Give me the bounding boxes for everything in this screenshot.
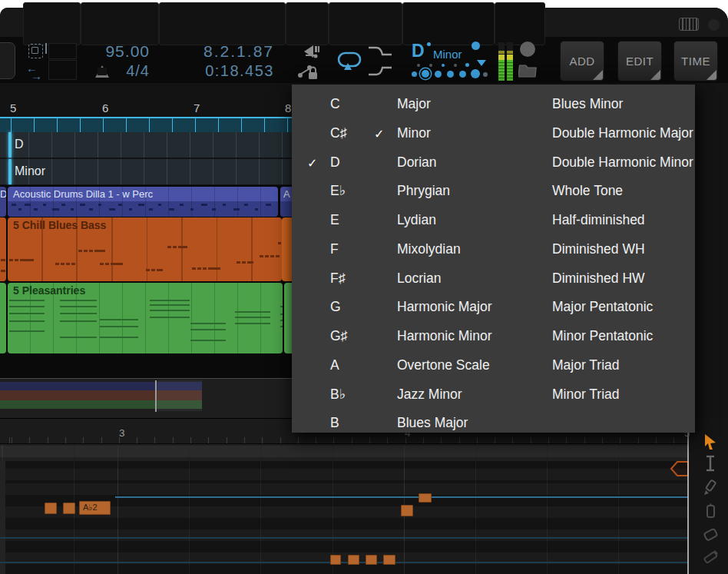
folder-icon[interactable] <box>518 61 538 78</box>
key-scale-display[interactable]: D Minor <box>402 39 493 81</box>
menu-item-double-harmonic-minor[interactable]: Double Harmonic Minor <box>552 154 693 171</box>
clip-bass-previous[interactable] <box>0 217 6 281</box>
key-track-row[interactable]: D <box>0 132 292 158</box>
midi-note[interactable] <box>63 503 75 514</box>
menu-item-phrygian[interactable]: Phrygian <box>397 183 450 199</box>
menu-item-g[interactable]: G <box>330 299 341 315</box>
pen-tool-icon[interactable] <box>702 479 719 496</box>
tempo-value[interactable]: 95.00 <box>84 42 150 61</box>
menu-item-e♭[interactable]: E♭ <box>330 183 346 199</box>
clip-drums[interactable]: Acoustic Drums Dilla 1 - w Perc <box>8 187 278 217</box>
menu-item-minor-pentatonic[interactable]: Minor Pentatonic <box>552 328 653 344</box>
arrangement-overview[interactable] <box>0 378 292 420</box>
piano-keys-edge <box>0 461 5 574</box>
menu-item-jazz-minor[interactable]: Jazz Minor <box>397 387 462 403</box>
menu-item-minor[interactable]: Minor <box>397 125 431 141</box>
loop-icon[interactable] <box>336 49 364 71</box>
clip-note-mark <box>20 259 34 261</box>
menu-item-minor-triad[interactable]: Minor Triad <box>552 387 620 403</box>
menu-item-e[interactable]: E <box>330 212 339 228</box>
menu-item-overtone-scale[interactable]: Overtone Scale <box>397 357 490 373</box>
eraser-tool-icon[interactable] <box>702 526 719 543</box>
menu-item-c[interactable]: C <box>330 96 340 112</box>
menu-item-a[interactable]: A <box>330 357 339 373</box>
key-root-value: D <box>412 41 425 61</box>
time-button[interactable]: TIME <box>673 41 718 81</box>
menu-item-c♯[interactable]: C♯ <box>330 125 346 141</box>
clip-note-mark <box>9 313 45 314</box>
menu-item-mixolydian[interactable]: Mixolydian <box>397 241 461 257</box>
menu-item-major[interactable]: Major <box>397 96 431 112</box>
brush-tool-icon[interactable] <box>702 549 719 566</box>
midi-note[interactable] <box>383 555 395 565</box>
clip-note-mark <box>129 208 132 211</box>
clip-note-mark <box>260 255 263 257</box>
song-time-value[interactable]: 0:18.453 <box>177 62 274 80</box>
menu-item-b[interactable]: B <box>330 415 339 431</box>
clip-keys[interactable]: 5 Pleasantries <box>8 283 283 353</box>
menu-item-f[interactable]: F <box>330 241 339 257</box>
piano-roll-editor[interactable]: 345 A♭2 <box>0 419 728 574</box>
midi-note[interactable] <box>366 555 377 565</box>
menu-item-half-diminished[interactable]: Half-diminished <box>552 212 645 228</box>
menu-item-diminished-hw[interactable]: Diminished HW <box>552 270 645 287</box>
window-circle-icon[interactable] <box>708 19 720 31</box>
menu-item-whole-tone[interactable]: Whole Tone <box>552 183 623 199</box>
clip-keys-previous[interactable] <box>0 283 6 353</box>
fade-out-icon[interactable] <box>367 45 393 58</box>
menu-item-dorian[interactable]: Dorian <box>397 154 437 171</box>
menu-item-blues-minor[interactable]: Blues Minor <box>552 96 623 112</box>
midi-note[interactable] <box>45 503 57 514</box>
song-position-value[interactable]: 8.2.1.87 <box>177 42 274 61</box>
arranger-timeline[interactable]: 5678 D Minor Di Acoustic Drums Dilla 1 -… <box>0 83 292 378</box>
menu-item-g♯[interactable]: G♯ <box>330 328 347 344</box>
midi-note[interactable] <box>419 493 432 503</box>
cutoff-left-widget[interactable] <box>0 42 15 79</box>
midi-note[interactable] <box>401 505 413 516</box>
swap-arrows-icon[interactable]: → <box>31 72 42 80</box>
menu-item-major-pentatonic[interactable]: Major Pentatonic <box>552 299 653 315</box>
mini-piano-icon[interactable] <box>679 18 699 31</box>
clip-note-mark <box>80 204 85 206</box>
metronome-icon[interactable] <box>95 65 109 78</box>
scale-track-row[interactable]: Minor <box>0 159 292 184</box>
overview-window[interactable] <box>157 380 202 411</box>
menu-item-major-triad[interactable]: Major Triad <box>552 357 620 373</box>
midi-note[interactable] <box>348 555 359 565</box>
system-section <box>23 2 81 45</box>
editor-divider[interactable] <box>687 433 689 574</box>
fade-in-icon[interactable] <box>367 65 393 78</box>
menu-item-double-harmonic-major[interactable]: Double Harmonic Major <box>552 125 693 141</box>
key-dropdown-triangle-icon[interactable] <box>477 60 486 66</box>
menu-item-lydian[interactable]: Lydian <box>397 212 436 228</box>
clip-drums-previous[interactable]: Di <box>0 187 6 217</box>
menu-item-f♯[interactable]: F♯ <box>330 270 345 287</box>
edit-button[interactable]: EDIT <box>617 41 662 81</box>
record-circle-icon[interactable] <box>520 41 535 57</box>
menu-item-blues-major[interactable]: Blues Major <box>397 415 468 431</box>
clip-note-mark <box>9 330 45 332</box>
add-button[interactable]: ADD <box>560 41 604 81</box>
menu-item-d[interactable]: D <box>330 154 340 171</box>
clip-bass-next[interactable] <box>282 217 292 281</box>
clip-note-mark <box>146 269 150 271</box>
meter-record-section <box>495 2 545 45</box>
clip-drums-next[interactable]: A <box>280 187 292 217</box>
midi-note[interactable]: A♭2 <box>79 501 111 515</box>
clip-keys-next[interactable] <box>284 283 292 353</box>
menu-item-diminished-wh[interactable]: Diminished WH <box>552 241 645 257</box>
pointer-tool-icon[interactable] <box>702 433 719 450</box>
clip-bass[interactable]: 5 Chill Blues Bass <box>8 217 282 281</box>
menu-item-harmonic-minor[interactable]: Harmonic Minor <box>397 328 492 344</box>
follow-playhead-icon[interactable] <box>295 44 319 59</box>
knife-tool-icon[interactable] <box>702 503 719 520</box>
time-signature-value[interactable]: 4/4 <box>114 62 150 80</box>
ibeam-tool-icon[interactable] <box>702 455 719 472</box>
midi-note[interactable] <box>330 555 341 565</box>
cpu-icon[interactable] <box>28 44 43 58</box>
clip-note-mark <box>190 340 226 341</box>
menu-item-locrian[interactable]: Locrian <box>397 270 441 287</box>
menu-item-harmonic-major[interactable]: Harmonic Major <box>397 299 492 315</box>
automation-lock-icon[interactable] <box>296 63 319 81</box>
menu-item-b♭[interactable]: B♭ <box>330 387 346 403</box>
